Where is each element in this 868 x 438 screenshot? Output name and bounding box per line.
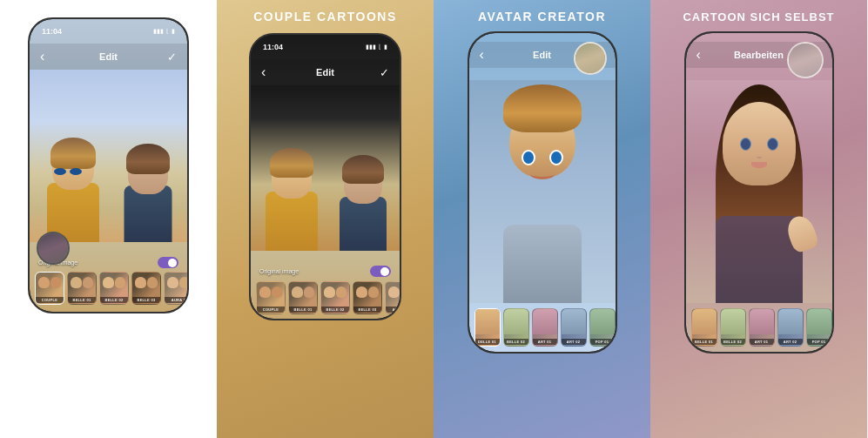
original-label-2: Original image bbox=[259, 268, 299, 274]
ref-photo-4 bbox=[787, 42, 824, 78]
thumb-item-4-1[interactable]: BELLE 02 bbox=[720, 308, 746, 347]
main-image-4 bbox=[686, 80, 832, 303]
thumb-item-1-1[interactable]: BELLE 01 bbox=[67, 272, 97, 305]
status-bar-2: 11:04 ▮▮▮ ⌊ ▮ bbox=[251, 35, 400, 59]
signal-icon: ▮▮▮ bbox=[153, 28, 164, 35]
phone-frame-1: 11:04 ▮▮▮ ⌊ ▮ ‹ Edit ✓ bbox=[28, 17, 189, 313]
thumb-strip-3: DELLE 01 BELLE 02 ART 01 ART 02 POP 01 bbox=[469, 307, 616, 348]
thumb-item-2-4[interactable]: AURA 1 bbox=[385, 281, 400, 314]
phone-frame-3: ‹ Edit bbox=[468, 31, 617, 354]
thumb-label-4-3: ART 02 bbox=[778, 339, 803, 345]
panel-4: CARTOON SICH SELBST ‹ Bearbeiten bbox=[650, 0, 867, 438]
thumb-label-1-0: COUPLE bbox=[36, 297, 64, 303]
thumb-label-2-4: AURA 1 bbox=[386, 307, 400, 313]
back-icon-2[interactable]: ‹ bbox=[261, 64, 266, 80]
check-icon-1[interactable]: ✓ bbox=[167, 51, 177, 64]
panel-3-title: AVATAR CREATOR bbox=[474, 3, 609, 30]
thumb-label-1-4: AURA 1 bbox=[165, 297, 187, 303]
back-icon-1[interactable]: ‹ bbox=[40, 49, 44, 64]
phone-screen-3: ‹ Edit bbox=[469, 33, 616, 352]
thumb-label-4-4: POP 01 bbox=[807, 339, 831, 345]
nav-title-1: Edit bbox=[99, 51, 118, 62]
thumb-label-3-0: DELLE 01 bbox=[475, 339, 500, 345]
status-bar-1: 11:04 ▮▮▮ ⌊ ▮ bbox=[30, 19, 187, 44]
toggle-1[interactable] bbox=[158, 257, 178, 268]
thumb-label-4-0: BELLE 01 bbox=[692, 339, 717, 345]
thumb-label-3-1: BELLE 02 bbox=[504, 339, 528, 345]
orig-thumb-1 bbox=[37, 232, 70, 265]
ref-photo-3 bbox=[574, 42, 607, 75]
nav-title-3: Edit bbox=[533, 50, 551, 60]
phone-nav-2: ‹ Edit ✓ bbox=[251, 59, 400, 85]
thumb-item-1-3[interactable]: BELLE 03 bbox=[131, 272, 161, 305]
thumb-label-2-3: BELLE 03 bbox=[353, 307, 381, 313]
thumb-item-3-4[interactable]: POP 01 bbox=[589, 308, 616, 347]
wifi-icon: ⌊ bbox=[166, 28, 169, 35]
panel-2-title-area: COUPLE CARTOONS bbox=[246, 0, 404, 30]
phone-nav-1: ‹ Edit ✓ bbox=[30, 44, 187, 70]
thumb-strip-4: BELLE 01 BELLE 02 ART 01 ART 02 POP 01 bbox=[686, 307, 832, 348]
thumb-label-1-2: BELLE 02 bbox=[100, 297, 128, 303]
panel-3: AVATAR CREATOR ‹ Edit bbox=[434, 0, 650, 438]
phone-frame-2: 11:04 ▮▮▮ ⌊ ▮ ‹ Edit ✓ bbox=[249, 33, 401, 320]
thumb-strip-2: COUPLE BELLE 01 BELLE 02 BELLE 03 AURA 1 bbox=[251, 280, 400, 315]
thumb-item-4-0[interactable]: BELLE 01 bbox=[691, 308, 717, 347]
thumb-label-3-2: ART 01 bbox=[533, 339, 557, 345]
original-toggle-2: Original image bbox=[259, 266, 391, 277]
thumb-label-1-1: BELLE 01 bbox=[68, 297, 96, 303]
battery-icon: ▮ bbox=[172, 28, 175, 35]
thumb-item-2-1[interactable]: BELLE 01 bbox=[288, 281, 318, 314]
phone-screen-2: 11:04 ▮▮▮ ⌊ ▮ ‹ Edit ✓ bbox=[251, 35, 400, 319]
status-time-1: 11:04 bbox=[42, 27, 62, 36]
thumb-label-2-2: BELLE 02 bbox=[321, 307, 349, 313]
thumb-item-3-2[interactable]: ART 01 bbox=[532, 308, 558, 347]
thumb-item-1-2[interactable]: BELLE 02 bbox=[99, 272, 129, 305]
nav-title-2: Edit bbox=[316, 67, 334, 77]
thumb-item-1-0[interactable]: COUPLE bbox=[35, 272, 64, 305]
panel-2: COUPLE CARTOONS 11:04 ▮▮▮ ⌊ ▮ ‹ Edit ✓ bbox=[217, 0, 434, 438]
thumb-label-1-3: BELLE 03 bbox=[132, 297, 160, 303]
thumb-item-3-0[interactable]: DELLE 01 bbox=[474, 308, 501, 347]
phone-frame-4: ‹ Bearbeiten bbox=[684, 31, 834, 354]
panel-4-title-area: CARTOON SICH SELBST bbox=[676, 0, 841, 28]
back-icon-4[interactable]: ‹ bbox=[696, 47, 701, 63]
panel-2-title: COUPLE CARTOONS bbox=[250, 3, 400, 30]
status-time-2: 11:04 bbox=[263, 43, 283, 51]
main-image-2 bbox=[251, 85, 400, 251]
nav-title-4: Bearbeiten bbox=[734, 50, 784, 60]
female-char bbox=[38, 138, 108, 242]
thumb-item-4-2[interactable]: ART 01 bbox=[749, 308, 775, 347]
thumb-item-2-2[interactable]: BELLE 02 bbox=[320, 281, 350, 314]
status-icons-1: ▮▮▮ ⌊ ▮ bbox=[153, 28, 175, 35]
battery-icon-2: ▮ bbox=[384, 44, 387, 51]
thumb-label-3-4: POP 01 bbox=[590, 339, 615, 345]
thumb-item-4-3[interactable]: ART 02 bbox=[777, 308, 804, 347]
panel-3-title-area: AVATAR CREATOR bbox=[471, 0, 613, 28]
thumb-item-3-3[interactable]: ART 02 bbox=[561, 308, 587, 347]
thumb-label-4-2: ART 01 bbox=[750, 339, 774, 345]
cartoon-couple-2 bbox=[251, 85, 400, 251]
panel-4-title: CARTOON SICH SELBST bbox=[679, 3, 838, 30]
thumb-item-2-3[interactable]: BELLE 03 bbox=[353, 281, 382, 314]
phone-screen-1: 11:04 ▮▮▮ ⌊ ▮ ‹ Edit ✓ bbox=[30, 19, 187, 312]
thumb-strip-1: COUPLE BELLE 01 BELLE 02 BELLE 03 AURA 1 bbox=[30, 270, 187, 307]
signal-icon-2: ▮▮▮ bbox=[366, 44, 376, 51]
main-image-1 bbox=[30, 70, 187, 242]
thumb-item-1-4[interactable]: AURA 1 bbox=[164, 272, 187, 305]
anime-scene bbox=[686, 80, 832, 303]
thumb-item-4-4[interactable]: POP 01 bbox=[806, 308, 832, 347]
status-icons-2: ▮▮▮ ⌊ ▮ bbox=[366, 44, 387, 51]
toggle-2[interactable] bbox=[370, 266, 391, 277]
check-icon-2[interactable]: ✓ bbox=[380, 66, 389, 79]
wifi-icon-2: ⌊ bbox=[379, 44, 381, 51]
male-char bbox=[115, 142, 180, 242]
thumb-label-2-1: BELLE 01 bbox=[289, 307, 317, 313]
thumb-item-3-1[interactable]: BELLE 02 bbox=[503, 308, 529, 347]
thumb-item-2-0[interactable]: COUPLE bbox=[256, 281, 286, 314]
phone-screen-4: ‹ Bearbeiten bbox=[686, 33, 832, 352]
cartoon-couple-1 bbox=[30, 70, 187, 242]
back-icon-3[interactable]: ‹ bbox=[480, 47, 484, 63]
main-image-3 bbox=[469, 80, 616, 303]
thumb-label-4-1: BELLE 02 bbox=[721, 339, 745, 345]
avatar-scene bbox=[469, 80, 616, 303]
